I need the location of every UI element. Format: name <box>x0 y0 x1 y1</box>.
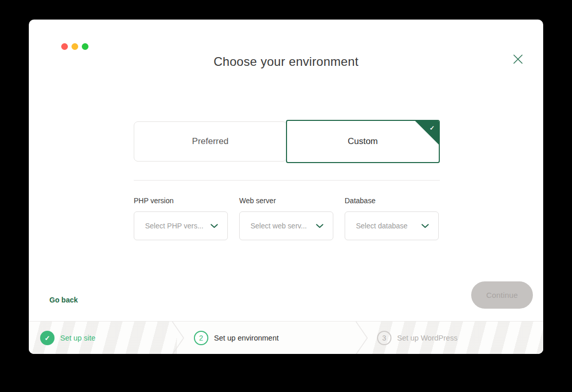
close-icon <box>512 54 524 65</box>
zoom-window-button[interactable] <box>82 43 88 50</box>
close-dialog-button[interactable] <box>511 52 525 66</box>
web-server-label: Web server <box>239 197 333 205</box>
checkmark-icon: ✓ <box>430 124 435 132</box>
step-set-up-wordpress: 3 Set up WordPress <box>377 322 457 354</box>
chevron-down-icon <box>316 224 324 228</box>
setup-wizard-window: Choose your environment Preferred Custom… <box>29 20 543 354</box>
step-label: Set up WordPress <box>397 334 457 342</box>
environment-fields: PHP version Select PHP vers... Web serve… <box>134 197 440 240</box>
tab-preferred[interactable]: Preferred <box>134 121 287 162</box>
step-set-up-environment: 2 Set up environment <box>194 322 279 354</box>
step-label: Set up site <box>60 334 96 342</box>
selected-corner-ribbon <box>415 121 439 145</box>
step-number-badge: 3 <box>377 331 391 345</box>
continue-button[interactable]: Continue <box>471 281 533 309</box>
close-window-button[interactable] <box>61 43 68 50</box>
web-server-field: Web server Select web serv... <box>239 197 333 240</box>
stepper-separator-chevron <box>355 322 368 354</box>
wizard-stepper: ✓ Set up site 2 Set up environment 3 Set… <box>29 321 543 354</box>
php-version-placeholder: Select PHP vers... <box>145 222 203 230</box>
database-placeholder: Select database <box>356 222 407 230</box>
stepper-separator-chevron <box>171 322 185 354</box>
step-complete-check-icon: ✓ <box>40 331 55 345</box>
page-title: Choose your environment <box>29 55 543 69</box>
section-divider <box>134 180 440 181</box>
step-set-up-site: ✓ Set up site <box>40 322 96 354</box>
database-label: Database <box>345 197 439 205</box>
web-server-select[interactable]: Select web serv... <box>239 211 333 240</box>
go-back-link[interactable]: Go back <box>49 296 78 304</box>
php-version-label: PHP version <box>134 197 228 205</box>
minimize-window-button[interactable] <box>72 43 78 50</box>
web-server-placeholder: Select web serv... <box>251 222 307 230</box>
tab-custom-label: Custom <box>348 136 378 147</box>
environment-tabs: Preferred Custom ✓ <box>134 120 440 163</box>
tab-custom[interactable]: Custom ✓ <box>286 120 440 163</box>
php-version-select[interactable]: Select PHP vers... <box>134 211 228 240</box>
database-field: Database Select database <box>345 197 439 240</box>
chevron-down-icon <box>210 224 218 228</box>
environment-form: Preferred Custom ✓ PHP version Select PH… <box>134 120 440 240</box>
step-label: Set up environment <box>214 334 279 342</box>
php-version-field: PHP version Select PHP vers... <box>134 197 228 240</box>
window-controls <box>61 43 88 50</box>
step-number-badge: 2 <box>194 331 208 345</box>
database-select[interactable]: Select database <box>345 211 439 240</box>
chevron-down-icon <box>421 224 429 228</box>
tab-preferred-label: Preferred <box>192 136 228 147</box>
